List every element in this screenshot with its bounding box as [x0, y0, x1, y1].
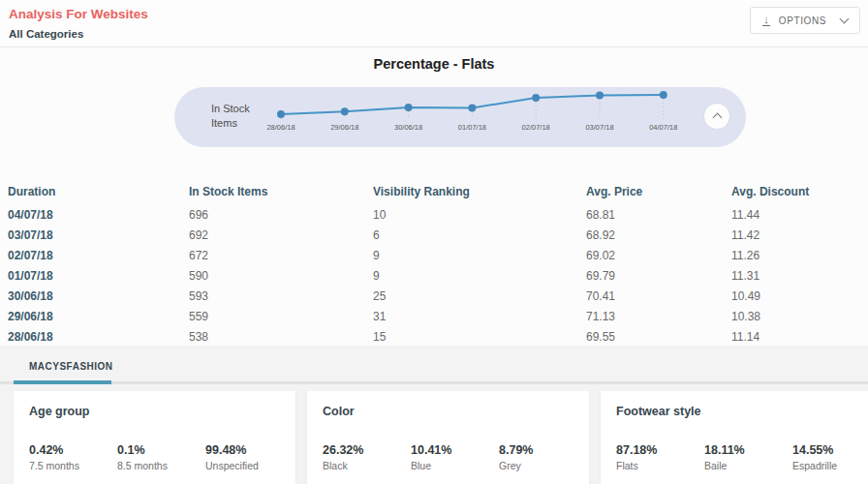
value-cell: 10.49 [731, 289, 864, 303]
column-header: In Stock Items [189, 185, 373, 198]
stat-label: Unspecified [205, 460, 294, 471]
attribute-card: Footwear style87.18%Flats18.11%Baile14.5… [601, 391, 868, 484]
card-stats: 26.32%Black10.41%Blue8.79%Grey [323, 443, 574, 471]
data-table: DurationIn Stock ItemsVisibility Ranking… [8, 181, 864, 347]
value-cell: 9 [373, 249, 586, 262]
stat-value: 87.18% [616, 443, 704, 457]
value-cell: 10 [373, 208, 586, 222]
table-row: 04/07/186961068.8111.44 [8, 204, 864, 225]
stat-value: 18.11% [704, 443, 792, 457]
duration-cell: 02/07/18 [8, 249, 189, 262]
value-cell: 696 [189, 208, 373, 222]
stat-label: Flats [616, 460, 704, 471]
stat: 8.79%Grey [499, 443, 587, 471]
value-cell: 6 [373, 228, 586, 242]
stat: 0.42%7.5 months [29, 443, 117, 471]
table-row: 29/06/185593171.1310.38 [8, 306, 864, 326]
stat-label: Blue [411, 460, 499, 471]
data-point [468, 104, 476, 111]
stat-value: 26.32% [323, 443, 411, 457]
attribute-card: Age group0.42%7.5 months0.1%8.5 months99… [14, 391, 295, 484]
stat: 14.55%Espadrille [792, 443, 868, 471]
x-axis-label: 28/06/18 [266, 123, 294, 132]
value-cell: 11.14 [731, 330, 864, 344]
value-cell: 69.55 [586, 330, 731, 344]
stat-value: 0.42% [29, 443, 117, 457]
value-cell: 538 [189, 330, 373, 344]
data-point [532, 94, 540, 102]
duration-cell: 03/07/18 [8, 228, 189, 242]
stat: 99.48%Unspecified [205, 443, 294, 471]
chart-title: Percentage - Flats [0, 56, 868, 72]
stat: 87.18%Flats [616, 443, 704, 471]
duration-cell: 28/06/18 [8, 330, 189, 344]
chart-collapse-button[interactable] [704, 104, 729, 129]
data-point [277, 110, 285, 118]
card-title: Age group [29, 405, 280, 418]
value-cell: 69.02 [586, 249, 731, 262]
x-axis-label: 02/07/18 [522, 123, 550, 132]
stat-value: 10.41% [411, 443, 499, 457]
attribute-card: Color26.32%Black10.41%Blue8.79%Grey [307, 391, 589, 484]
value-cell: 11.42 [731, 228, 864, 242]
stat-value: 99.48% [205, 443, 294, 457]
app-header: Analysis For Websites All Categories ↓ O… [0, 0, 868, 47]
data-point [341, 107, 349, 115]
x-axis-label: 30/06/18 [394, 123, 422, 132]
stat-label: 7.5 months [29, 460, 117, 471]
value-cell: 68.81 [586, 208, 731, 222]
tab-macysfashion[interactable]: MACYSFASHION [29, 361, 113, 372]
duration-cell: 04/07/18 [8, 208, 189, 222]
x-axis-label: 01/07/18 [458, 123, 486, 132]
tab-track [0, 381, 868, 384]
chevron-down-icon [840, 15, 850, 24]
page-title: Analysis For Websites [9, 7, 148, 21]
table-row: 28/06/185381569.5511.14 [8, 326, 864, 347]
value-cell: 692 [189, 228, 373, 242]
x-axis-label: 29/06/18 [330, 123, 358, 132]
sparkline-panel: In Stock Items 28/06/1829/06/1830/06/180… [174, 87, 746, 147]
category-subtitle: All Categories [9, 28, 83, 40]
analysis-dashboard: Analysis For Websites All Categories ↓ O… [0, 0, 868, 484]
download-icon: ↓ [762, 15, 770, 26]
duration-cell: 29/06/18 [8, 310, 189, 323]
x-axis-label: 04/07/18 [649, 123, 677, 132]
stat: 0.1%8.5 months [117, 443, 205, 471]
value-cell: 11.31 [731, 269, 864, 283]
options-button[interactable]: ↓ OPTIONS [750, 7, 860, 34]
value-cell: 593 [189, 289, 373, 303]
attributes-section: MACYSFASHION Age group0.42%7.5 months0.1… [0, 346, 868, 484]
table-row: 02/07/18672969.0211.26 [8, 245, 864, 265]
duration-cell: 01/07/18 [8, 269, 189, 283]
in-stock-line-chart: 28/06/1829/06/1830/06/1801/07/1802/07/18… [174, 87, 746, 147]
stat-label: Grey [499, 460, 587, 471]
x-axis-label: 03/07/18 [585, 123, 613, 132]
value-cell: 68.92 [586, 228, 731, 242]
value-cell: 590 [189, 269, 373, 283]
stat-value: 8.79% [499, 443, 587, 457]
chevron-up-icon [712, 113, 722, 123]
value-cell: 31 [373, 310, 586, 323]
value-cell: 672 [189, 249, 373, 262]
value-cell: 559 [189, 310, 373, 323]
column-header: Avg. Price [586, 185, 731, 198]
cards-row: Age group0.42%7.5 months0.1%8.5 months99… [14, 391, 868, 484]
stat-label: Espadrille [792, 460, 868, 471]
card-stats: 87.18%Flats18.11%Baile14.55%Espadrille [616, 443, 867, 471]
stat-value: 0.1% [117, 443, 205, 457]
value-cell: 11.44 [731, 208, 864, 222]
value-cell: 15 [373, 330, 586, 344]
column-header: Duration [8, 185, 189, 198]
table-row: 30/06/185932570.4110.49 [8, 286, 864, 306]
value-cell: 70.41 [586, 289, 731, 303]
data-point [660, 91, 667, 99]
stat: 18.11%Baile [704, 443, 792, 471]
value-cell: 71.13 [586, 310, 731, 323]
data-point [405, 104, 413, 111]
value-cell: 69.79 [586, 269, 731, 283]
table-row: 01/07/18590969.7911.31 [8, 265, 864, 286]
card-title: Color [323, 405, 574, 418]
card-title: Footwear style [616, 405, 867, 418]
column-header: Avg. Discount [731, 185, 864, 198]
data-point [596, 92, 604, 100]
